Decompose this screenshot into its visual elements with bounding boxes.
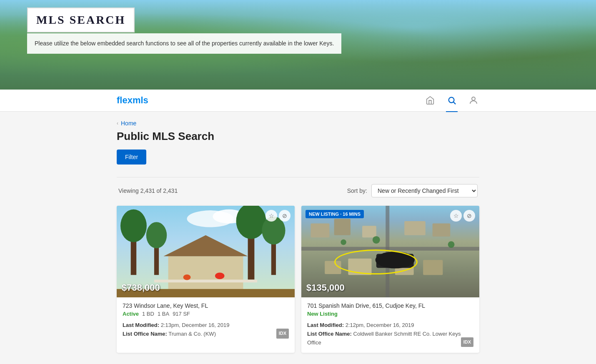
listing-2-favorite-btn[interactable]: ☆ — [450, 210, 462, 222]
hero-description: Please utilize the below embedded search… — [27, 33, 341, 54]
sort-area: Sort by: New or Recently Changed First — [347, 184, 478, 197]
content-area: ‹ Home Public MLS Search Filter Viewing … — [0, 112, 596, 364]
listing-1-meta: Last Modified: 2:13pm, December 16, 2019… — [123, 321, 289, 339]
listing-2-actions: ☆ ⊘ — [450, 210, 475, 222]
svg-point-9 — [146, 222, 167, 248]
listing-1-office-value: Truman & Co. (KW) — [168, 331, 216, 337]
user-icon-button[interactable] — [468, 95, 479, 106]
hero-title-box: MLS SEARCH — [27, 7, 135, 32]
listing-1-sqft: 917 SF — [173, 311, 190, 317]
listing-2-meta-text: Last Modified: 2:12pm, December 16, 2019… — [307, 321, 461, 347]
listing-2-idx-badge: IDX — [461, 337, 473, 347]
svg-point-36 — [376, 252, 415, 268]
breadcrumb-arrow: ‹ — [117, 120, 118, 126]
listing-2-status-label: New Listing — [307, 311, 338, 317]
listing-1-address: 723 Windsor Lane, Key West, FL — [123, 302, 289, 309]
listing-2-office-label: List Office Name: — [307, 331, 352, 337]
listing-1-baths: 1 BA — [158, 311, 169, 317]
svg-rect-27 — [433, 224, 451, 237]
svg-rect-29 — [348, 259, 371, 275]
hero-description-text: Please utilize the below embedded search… — [35, 39, 334, 48]
listing-1-actions: ☆ ⊘ — [265, 210, 290, 222]
listing-1-office: List Office Name: Truman & Co. (KW) — [123, 330, 276, 339]
section-divider — [117, 177, 479, 177]
svg-rect-28 — [325, 261, 341, 274]
listing-2-modified: Last Modified: 2:12pm, December 16, 2019 — [307, 321, 461, 330]
svg-point-33 — [448, 241, 455, 248]
listing-2-info: 701 Spanish Main Drive, 615, Cudjoe Key,… — [301, 297, 479, 353]
results-bar: Viewing 2,431 of 2,431 Sort by: New or R… — [117, 184, 479, 197]
listing-image-1[interactable]: ☆ ⊘ $738,000 — [117, 206, 295, 297]
svg-point-7 — [120, 209, 147, 242]
viewing-count: Viewing 2,431 of 2,431 — [118, 187, 178, 194]
listing-image-2[interactable]: NEW LISTING · 16 MINS ☆ ⊘ $135,000 — [301, 206, 479, 297]
flexmls-header: flexmls — [0, 90, 596, 112]
listing-2-office: List Office Name: Coldwell Banker Schmit… — [307, 330, 461, 347]
sort-select[interactable]: New or Recently Changed First — [371, 184, 478, 197]
svg-point-2 — [472, 97, 475, 100]
listing-1-modified: Last Modified: 2:13pm, December 16, 2019 — [123, 321, 276, 330]
filter-button[interactable]: Filter — [117, 150, 146, 165]
header-icons — [424, 95, 479, 106]
svg-point-32 — [373, 236, 380, 244]
hero-title: MLS SEARCH — [36, 13, 125, 27]
listing-2-meta: Last Modified: 2:12pm, December 16, 2019… — [307, 321, 473, 347]
main-wrapper: flexmls — [0, 90, 596, 364]
listing-1-modified-label: Last Modified: — [123, 322, 159, 328]
listing-1-status: Active 1 BD 1 BA 917 SF — [123, 311, 289, 317]
svg-point-34 — [341, 239, 346, 245]
svg-rect-25 — [362, 226, 376, 237]
listing-1-favorite-btn[interactable]: ☆ — [265, 210, 277, 222]
home-icon-button[interactable] — [424, 95, 436, 106]
listing-1-price: $738,000 — [122, 282, 160, 293]
svg-rect-22 — [386, 206, 389, 297]
page-title: Public MLS Search — [117, 130, 479, 143]
listing-2-status: New Listing — [307, 311, 473, 317]
svg-point-18 — [183, 274, 191, 280]
listing-1-idx-badge: IDX — [276, 329, 289, 339]
search-icon-button[interactable] — [446, 95, 458, 106]
listing-1-office-label: List Office Name: — [123, 331, 167, 337]
listing-1-modified-value: 2:13pm, December 16, 2019 — [161, 322, 230, 328]
svg-point-19 — [215, 273, 224, 279]
listing-1-hide-btn[interactable]: ⊘ — [279, 210, 290, 222]
listing-1-status-label: Active — [123, 311, 139, 317]
listing-card-2: NEW LISTING · 16 MINS ☆ ⊘ $135,000 701 S… — [301, 206, 479, 353]
svg-rect-26 — [404, 221, 426, 235]
svg-rect-14 — [168, 256, 243, 294]
sort-label: Sort by: — [347, 187, 367, 194]
logo-text: flexmls — [117, 95, 148, 105]
listing-1-meta-text: Last Modified: 2:13pm, December 16, 2019… — [123, 321, 276, 339]
listing-2-address: 701 Spanish Main Drive, 615, Cudjoe Key,… — [307, 302, 473, 309]
svg-rect-23 — [311, 224, 329, 238]
flexmls-logo: flexmls — [117, 95, 424, 106]
listing-2-modified-label: Last Modified: — [307, 322, 344, 328]
svg-rect-24 — [334, 219, 351, 235]
listings-grid: ☆ ⊘ $738,000 723 Windsor Lane, Key West,… — [117, 206, 479, 353]
listing-2-modified-value: 2:12pm, December 16, 2019 — [346, 322, 414, 328]
svg-point-0 — [449, 97, 454, 103]
hero-section: MLS SEARCH Please utilize the below embe… — [0, 0, 596, 90]
breadcrumb-home-link[interactable]: Home — [121, 120, 136, 127]
svg-rect-31 — [423, 260, 443, 275]
breadcrumb: ‹ Home — [117, 120, 479, 127]
listing-card-1: ☆ ⊘ $738,000 723 Windsor Lane, Key West,… — [117, 206, 295, 353]
listing-2-hide-btn[interactable]: ⊘ — [463, 210, 475, 222]
listing-2-new-badge: NEW LISTING · 16 MINS — [306, 210, 364, 218]
svg-line-1 — [453, 102, 456, 104]
listing-1-beds: 1 BD — [142, 311, 154, 317]
listing-1-info: 723 Windsor Lane, Key West, FL Active 1 … — [117, 297, 295, 344]
listing-2-price: $135,000 — [306, 282, 345, 293]
svg-rect-16 — [154, 279, 257, 282]
